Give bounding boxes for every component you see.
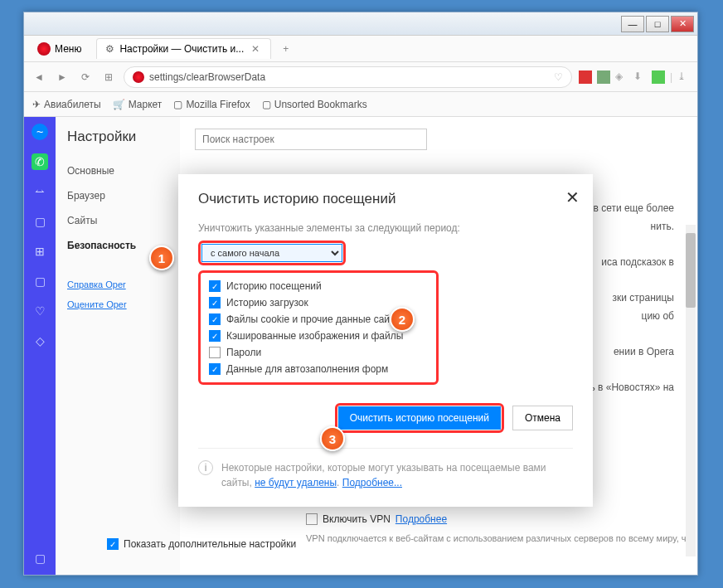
vpn-more-link[interactable]: Подробнее xyxy=(395,513,447,525)
settings-heading: Настройки xyxy=(56,129,180,158)
dialog-actions: Очистить историю посещений Отмена xyxy=(198,403,573,433)
url-text: settings/clearBrowserData xyxy=(149,71,549,83)
divider: | xyxy=(670,71,672,83)
checkbox-icon: ✓ xyxy=(209,330,221,342)
folder-icon: ▢ xyxy=(173,99,182,110)
camera-icon[interactable]: ▢ xyxy=(32,213,48,230)
shield-icon[interactable]: ◈ xyxy=(615,70,628,84)
period-select[interactable]: с самого начала xyxy=(201,244,342,262)
maximize-button[interactable]: □ xyxy=(646,16,669,32)
menu-button[interactable]: Меню xyxy=(29,39,90,59)
annotation-marker-2: 2 xyxy=(390,307,415,332)
info-icon: i xyxy=(198,460,213,475)
ext-icon-1[interactable] xyxy=(579,70,592,84)
vpn-enable-row[interactable]: Включить VPN Подробнее xyxy=(306,513,447,525)
select-highlight: с самого начала xyxy=(198,241,346,265)
tab-bar: Меню ⚙ Настройки — Очистить и... ✕ + xyxy=(24,36,697,62)
forward-button[interactable]: ► xyxy=(54,71,70,83)
checkbox-icon: ✓ xyxy=(209,280,221,292)
bookmark-rail-icon[interactable]: ▢ xyxy=(32,273,48,289)
address-bar: ◄ ► ⟳ ⊞ settings/clearBrowserData ♡ ◈ ⬇ … xyxy=(24,62,697,92)
tab-close-button[interactable]: ✕ xyxy=(249,43,262,55)
cancel-button[interactable]: Отмена xyxy=(512,406,573,430)
dialog-close-button[interactable]: ✕ xyxy=(565,187,580,207)
primary-highlight: Очистить историю посещений xyxy=(335,403,504,433)
opt-autofill[interactable]: ✓Данные для автозаполнения форм xyxy=(209,361,428,377)
cube-icon[interactable]: ◇ xyxy=(32,333,48,349)
show-advanced-checkbox[interactable]: ✓ Показать дополнительные настройки xyxy=(107,538,296,550)
plane-icon: ✈ xyxy=(32,99,41,110)
tab-title: Настройки — Очистить и... xyxy=(119,43,244,55)
expand-icon[interactable]: ▢ xyxy=(32,550,48,566)
bookmark-item[interactable]: ▢Unsorted Bookmarks xyxy=(262,99,367,110)
heart-rail-icon[interactable]: ♡ xyxy=(32,303,48,319)
nav-item-browser[interactable]: Браузер xyxy=(56,183,180,208)
rate-link[interactable]: Оцените Oper xyxy=(56,294,180,314)
back-button[interactable]: ◄ xyxy=(31,71,47,83)
apps-button[interactable]: ⊞ xyxy=(100,71,117,83)
bookmark-item[interactable]: 🛒Маркет xyxy=(113,99,163,110)
whatsapp-icon[interactable]: ✆ xyxy=(32,153,48,170)
messenger-icon[interactable]: ~ xyxy=(32,124,48,140)
bookmark-item[interactable]: ✈Авиабилеты xyxy=(32,99,101,110)
vk-icon[interactable]: ⥎ xyxy=(32,183,48,200)
minimize-button[interactable]: — xyxy=(621,16,644,32)
window-titlebar: — □ ✕ xyxy=(24,12,697,36)
save-icon[interactable]: ⤓ xyxy=(677,70,691,84)
grid-icon[interactable]: ⊞ xyxy=(32,243,48,260)
reload-button[interactable]: ⟳ xyxy=(77,71,94,83)
clear-history-dialog: ✕ Очистить историю посещений Уничтожить … xyxy=(178,174,593,507)
vpn-description: VPN подключается к веб-сайтам с использо… xyxy=(306,533,696,543)
opt-passwords[interactable]: Пароли xyxy=(209,344,428,361)
note-link-1[interactable]: не будут удалены xyxy=(255,477,337,488)
url-field[interactable]: settings/clearBrowserData ♡ xyxy=(124,66,572,88)
nav-item-basic[interactable]: Основные xyxy=(56,158,180,183)
scrollbar[interactable] xyxy=(686,225,696,556)
nav-item-sites[interactable]: Сайты xyxy=(56,208,180,233)
checkbox-icon: ✓ xyxy=(209,363,221,375)
sidebar-rail: ~ ✆ ⥎ ▢ ⊞ ▢ ♡ ◇ ▢ xyxy=(24,117,56,575)
ext-icon-2[interactable] xyxy=(597,70,610,84)
checkbox-icon: ✓ xyxy=(209,297,221,309)
dialog-period-label: Уничтожить указанные элементы за следующ… xyxy=(198,222,573,234)
clear-button[interactable]: Очистить историю посещений xyxy=(338,406,501,430)
note-link-2[interactable]: Подробнее... xyxy=(342,477,402,488)
settings-nav: Настройки Основные Браузер Сайты Безопас… xyxy=(56,117,180,575)
download-icon[interactable]: ⬇ xyxy=(633,70,647,84)
new-tab-button[interactable]: + xyxy=(276,40,295,58)
settings-search-input[interactable] xyxy=(195,129,427,150)
folder-icon: ▢ xyxy=(262,99,271,110)
annotation-marker-1: 1 xyxy=(149,245,174,270)
extension-icons: ◈ ⬇ | ⤓ xyxy=(579,70,691,84)
window-close-button[interactable]: ✕ xyxy=(671,16,694,32)
checkbox-icon xyxy=(209,347,221,358)
opera-logo-icon xyxy=(37,42,51,56)
cart-icon: 🛒 xyxy=(113,99,125,110)
dialog-note: i Некоторые настройки, которые могут ука… xyxy=(198,448,573,490)
opera-url-icon xyxy=(133,71,144,83)
checkbox-icon xyxy=(306,513,318,525)
annotation-marker-3: 3 xyxy=(320,426,345,451)
checkbox-icon: ✓ xyxy=(209,313,221,325)
opt-cache[interactable]: ✓Кэшированные изображения и файлы xyxy=(209,328,428,344)
bookmarks-bar: ✈Авиабилеты 🛒Маркет ▢Mozilla Firefox ▢Un… xyxy=(24,92,697,117)
ext-icon-3[interactable] xyxy=(652,70,665,84)
bookmark-item[interactable]: ▢Mozilla Firefox xyxy=(173,99,250,110)
menu-label: Меню xyxy=(55,43,81,55)
help-link[interactable]: Справка Oper xyxy=(56,275,180,294)
browser-tab[interactable]: ⚙ Настройки — Очистить и... ✕ xyxy=(96,38,271,59)
dialog-title: Очистить историю посещений xyxy=(198,191,573,207)
opt-history[interactable]: ✓Историю посещений xyxy=(209,278,428,294)
scroll-thumb[interactable] xyxy=(686,233,696,308)
checkbox-icon: ✓ xyxy=(107,538,119,550)
gear-icon: ⚙ xyxy=(105,43,114,55)
heart-icon[interactable]: ♡ xyxy=(554,71,563,83)
